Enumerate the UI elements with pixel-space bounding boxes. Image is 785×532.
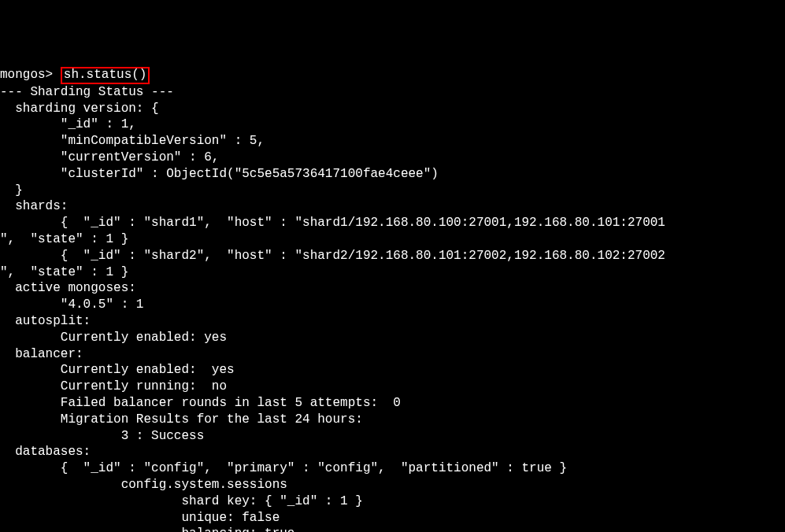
output-line: --- Sharding Status --- xyxy=(0,84,785,101)
output-line: "currentVersion" : 6, xyxy=(0,150,785,166)
output-line: "_id" : 1, xyxy=(0,116,785,133)
output-line: active mongoses: xyxy=(0,280,785,297)
output-line: { "_id" : "shard1", "host" : "shard1/192… xyxy=(0,215,785,231)
terminal-output: mongos> sh.status()--- Sharding Status -… xyxy=(0,67,785,532)
shell-prompt: mongos> xyxy=(0,68,61,82)
output-line: shards: xyxy=(0,198,785,215)
output-line: balancer: xyxy=(0,346,785,363)
output-line: 3 : Success xyxy=(0,428,785,445)
output-line: Currently running: no xyxy=(0,379,785,395)
output-line: ", "state" : 1 } xyxy=(0,264,785,281)
output-line: shard key: { "_id" : 1 } xyxy=(0,493,785,510)
output-line: databases: xyxy=(0,444,785,460)
output-line: "clusterId" : ObjectId("5c5e5a5736417100… xyxy=(0,166,785,183)
command-line: mongos> sh.status() xyxy=(0,67,785,84)
output-line: sharding version: { xyxy=(0,101,785,117)
command-text: sh.status() xyxy=(64,68,147,82)
output-line: { "_id" : "config", "primary" : "config"… xyxy=(0,460,785,477)
output-line: unique: false xyxy=(0,510,785,526)
output-line: Migration Results for the last 24 hours: xyxy=(0,412,785,428)
output-line: ", "state" : 1 } xyxy=(0,231,785,248)
output-line: "4.0.5" : 1 xyxy=(0,297,785,313)
output-line: } xyxy=(0,183,785,199)
output-line: config.system.sessions xyxy=(0,477,785,493)
output-line: Currently enabled: yes xyxy=(0,330,785,346)
output-line: Currently enabled: yes xyxy=(0,362,785,379)
output-line: balancing: true xyxy=(0,526,785,532)
output-line: "minCompatibleVersion" : 5, xyxy=(0,133,785,150)
output-line: Failed balancer rounds in last 5 attempt… xyxy=(0,395,785,412)
output-line: { "_id" : "shard2", "host" : "shard2/192… xyxy=(0,248,785,264)
command-highlight: sh.status() xyxy=(61,67,150,84)
output-line: autosplit: xyxy=(0,313,785,330)
